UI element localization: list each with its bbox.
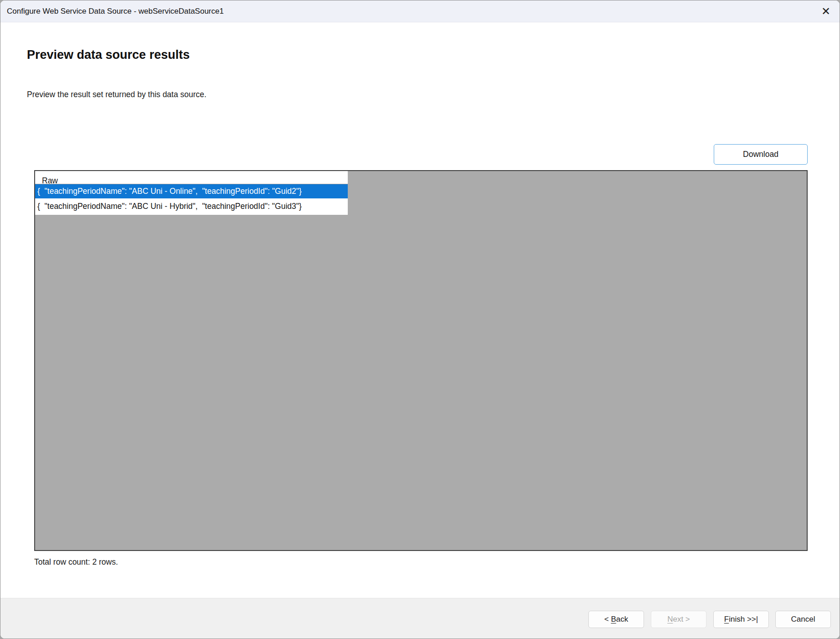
- results-grid[interactable]: Raw { "teachingPeriodName": "ABC Uni - O…: [34, 170, 808, 551]
- footer: < Back Next > Finish >>| Cancel: [0, 598, 840, 639]
- back-button[interactable]: < Back: [588, 611, 644, 628]
- raw-column-header[interactable]: Raw: [35, 171, 348, 184]
- close-icon: ✕: [821, 6, 830, 17]
- close-button[interactable]: ✕: [816, 1, 836, 21]
- download-button[interactable]: Download: [714, 144, 808, 165]
- back-button-label: < Back: [604, 615, 628, 624]
- page-title: Preview data source results: [27, 48, 190, 62]
- cancel-button[interactable]: Cancel: [775, 611, 831, 628]
- next-button-label: Next >: [667, 615, 690, 624]
- grid-row[interactable]: { "teachingPeriodName": "ABC Uni - Onlin…: [35, 184, 348, 198]
- raw-column: Raw { "teachingPeriodName": "ABC Uni - O…: [35, 171, 348, 215]
- cancel-button-label: Cancel: [791, 615, 815, 624]
- finish-button[interactable]: Finish >>|: [713, 611, 769, 628]
- finish-button-label: Finish >>|: [724, 615, 758, 624]
- page-description: Preview the result set returned by this …: [27, 90, 206, 99]
- screen: Configure Web Service Data Source - webS…: [0, 0, 840, 639]
- window-title: Configure Web Service Data Source - webS…: [7, 7, 224, 16]
- grid-row[interactable]: { "teachingPeriodName": "ABC Uni - Hybri…: [35, 199, 348, 213]
- total-row-count: Total row count: 2 rows.: [34, 557, 118, 567]
- titlebar: Configure Web Service Data Source - webS…: [0, 0, 840, 22]
- download-button-label: Download: [743, 150, 778, 159]
- next-button[interactable]: Next >: [651, 611, 706, 628]
- configure-web-service-dialog: Configure Web Service Data Source - webS…: [0, 0, 840, 639]
